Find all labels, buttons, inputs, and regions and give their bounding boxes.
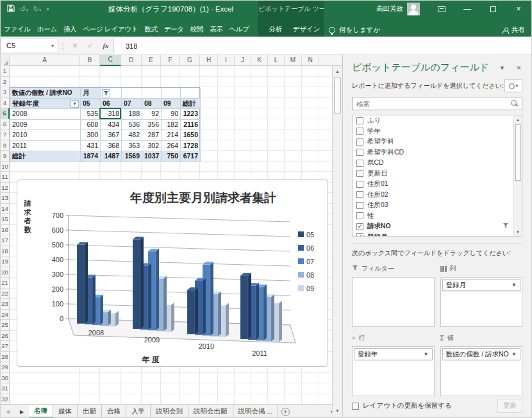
field-checkbox[interactable] — [356, 202, 363, 209]
pivot-column-header-08[interactable]: 08 — [142, 99, 162, 110]
row-header-19[interactable]: 19 — [1, 256, 10, 267]
pivot-cell[interactable] — [122, 88, 142, 99]
pivot-row-label-2011[interactable]: 2011 — [10, 141, 81, 152]
pivot-value-cell[interactable]: 92 — [142, 109, 162, 120]
pivot-value-cell[interactable]: 1650 — [181, 130, 201, 141]
update-button[interactable]: 更新 — [497, 399, 522, 413]
field-item-希望学科CD[interactable]: 希望学科CD — [353, 147, 522, 158]
pivot-value-cell[interactable]: 482 — [122, 130, 142, 141]
field-search[interactable] — [352, 97, 522, 110]
pivot-value-cell[interactable]: 356 — [142, 120, 162, 131]
row-header-2[interactable]: 2 — [1, 77, 10, 88]
field-list-scrollbar[interactable]: ▲ ▼ — [513, 115, 522, 236]
search-input[interactable] — [356, 100, 511, 108]
ribbon-tab-ファイル[interactable]: ファイル — [1, 21, 34, 37]
pivot-value-cell[interactable]: 1874 — [81, 151, 101, 162]
row-field-dropdown-button[interactable]: ▼ — [71, 100, 79, 108]
row-header-6[interactable]: 6 — [1, 119, 10, 130]
field-item-住所02[interactable]: 住所02 — [353, 190, 522, 201]
area-field-数値の個数 / 請求NO[interactable]: 数値の個数 / 請求NO▼ — [442, 348, 521, 360]
chevron-down-icon[interactable]: ▼ — [511, 282, 517, 288]
column-header-B[interactable]: B — [80, 55, 100, 66]
name-box-dropdown-icon[interactable]: ▾ — [47, 43, 58, 49]
ribbon-tab-ページ レイアウト[interactable]: ページ レイアウト — [79, 21, 141, 37]
vertical-scrollbar[interactable]: ▲ ▼ — [332, 66, 342, 415]
close-button[interactable]: × — [506, 1, 531, 17]
pivot-row-label-2008[interactable]: 2008 — [10, 109, 81, 120]
ribbon-tab-データ[interactable]: データ — [161, 21, 187, 37]
row-header-18[interactable]: 18 — [1, 246, 10, 257]
sheet-tab-説明会出願[interactable]: 説明会出願 — [188, 405, 233, 418]
column-header-A[interactable]: A — [10, 55, 80, 66]
pivot-value-cell[interactable]: 1487 — [101, 151, 122, 162]
pivot-value-cell[interactable]: 535 — [81, 109, 101, 120]
maximize-button[interactable] — [480, 1, 506, 17]
pivot-value-cell[interactable]: 300 — [81, 130, 101, 141]
scroll-down-icon[interactable]: ▼ — [333, 405, 342, 415]
field-checkbox[interactable] — [356, 191, 363, 198]
column-header-M[interactable]: M — [285, 55, 302, 66]
pivot-column-field[interactable]: 月 — [81, 88, 101, 99]
pivot-row-label-2009[interactable]: 2009 — [10, 120, 81, 131]
row-header-15[interactable]: 15 — [1, 214, 10, 225]
field-item-更新日[interactable]: 更新日 — [353, 169, 522, 180]
column-header-C[interactable]: C — [100, 55, 121, 66]
redo-icon[interactable]: ↻▾ — [33, 5, 42, 13]
tools-button[interactable]: ▾ — [504, 79, 522, 92]
pivot-value-cell[interactable]: 182 — [162, 120, 181, 131]
legend-item-08[interactable]: 08 — [298, 271, 314, 279]
pivot-column-header-09[interactable]: 09 — [162, 99, 181, 110]
ribbon-tab-校閲[interactable]: 校閲 — [187, 21, 206, 37]
pivot-value-cell[interactable]: 214 — [162, 130, 181, 141]
undo-icon[interactable]: ↺▾ — [20, 5, 28, 13]
field-checkbox[interactable]: ✓ — [356, 223, 363, 230]
ribbon-tab-数式[interactable]: 数式 — [141, 21, 160, 37]
column-header-L[interactable]: L — [268, 55, 285, 66]
scrollbar-thumb[interactable] — [334, 78, 341, 113]
legend-item-05[interactable]: 05 — [298, 231, 314, 238]
field-checkbox[interactable] — [356, 128, 363, 135]
field-item-住所01[interactable]: 住所01 — [353, 179, 522, 190]
sheet-tab-入学[interactable]: 入学 — [126, 405, 151, 418]
row-header-28[interactable]: 28 — [1, 352, 10, 363]
pivot-value-cell[interactable]: 608 — [81, 120, 101, 131]
tell-me-box[interactable]: 何をしますか — [329, 26, 380, 35]
pivot-value-cell[interactable]: 431 — [81, 141, 101, 152]
sheet-tab-説明会掲 ...[interactable]: 説明会掲 ... — [233, 405, 279, 418]
pivot-cell[interactable] — [162, 88, 181, 99]
bar-05-2011[interactable] — [240, 273, 251, 339]
confirm-entry-icon[interactable]: ✓ — [83, 37, 98, 54]
sheet-tab-出願[interactable]: 出願 — [78, 405, 102, 418]
columns-area[interactable]: 登録月▼ — [440, 277, 523, 327]
row-header-8[interactable]: 8 — [1, 140, 10, 151]
pivot-table[interactable]: 数値の個数 / 請求NO月登録年度▼0506070809総計2008535318… — [10, 87, 200, 162]
row-header-9[interactable]: 9 — [1, 151, 10, 162]
field-checkbox[interactable] — [356, 170, 363, 177]
field-checkbox[interactable] — [356, 117, 363, 124]
pane-close-icon[interactable]: × — [510, 63, 522, 72]
sheet-tab-媒体[interactable]: 媒体 — [53, 405, 78, 418]
row-header-22[interactable]: 22 — [1, 288, 10, 299]
field-item-県CD[interactable]: 県CD — [353, 158, 522, 169]
pivot-value-cell[interactable]: 363 — [122, 141, 142, 152]
ribbon-tab-ホーム[interactable]: ホーム — [34, 21, 60, 37]
pivot-column-header-05[interactable]: 05 — [81, 99, 101, 110]
ribbon-tab-design[interactable]: デザイン — [290, 21, 322, 37]
sheet-tab-名簿[interactable]: 名簿 — [29, 405, 53, 418]
ribbon-tab-analyze[interactable]: 分析 — [261, 21, 290, 37]
save-icon[interactable] — [7, 4, 15, 13]
legend-item-06[interactable]: 06 — [298, 244, 314, 252]
row-header-23[interactable]: 23 — [1, 299, 10, 310]
scroll-down-icon[interactable]: ▼ — [514, 228, 522, 236]
legend-item-07[interactable]: 07 — [298, 258, 314, 265]
insert-function-icon[interactable]: fx — [98, 37, 113, 54]
row-header-30[interactable]: 30 — [1, 373, 10, 384]
ribbon-display-options-icon[interactable] — [429, 1, 454, 17]
field-checkbox[interactable] — [356, 138, 363, 146]
pane-options-icon[interactable]: ▼ — [494, 65, 510, 71]
new-sheet-button[interactable]: + — [278, 405, 292, 418]
pivot-column-header-総計[interactable]: 総計 — [181, 99, 201, 110]
bar-05-2010[interactable] — [187, 287, 198, 334]
field-item-ふり[interactable]: ふり — [353, 115, 522, 126]
formula-input[interactable]: 318 — [114, 37, 531, 54]
